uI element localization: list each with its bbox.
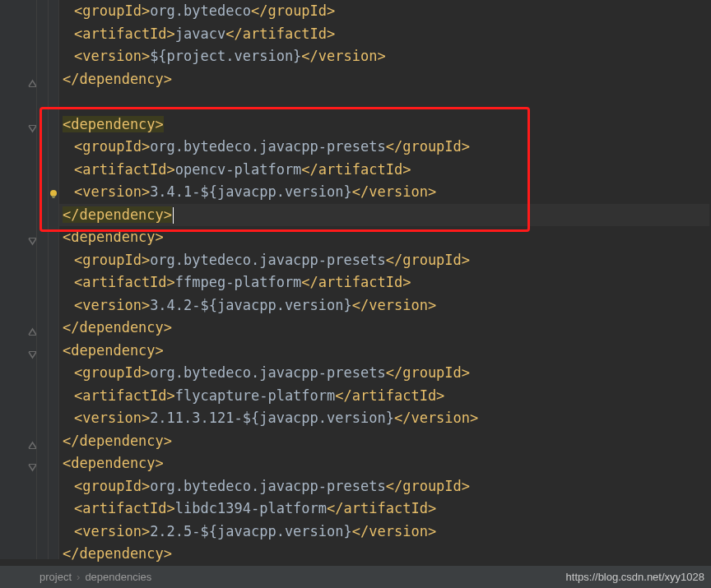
xml-tag: <artifactId> xyxy=(74,387,175,404)
xml-text: opencv-platform xyxy=(175,161,302,178)
code-line[interactable]: <version>2.2.5-${javacpp.version}</versi… xyxy=(59,521,709,544)
xml-tag: <version> xyxy=(74,297,150,313)
gutter xyxy=(0,0,59,559)
xml-tag: </artifactId> xyxy=(225,25,335,42)
xml-tag: </dependency> xyxy=(63,206,172,223)
xml-text: 2.2.5-${javacpp.version} xyxy=(150,523,352,539)
svg-rect-7 xyxy=(29,448,36,449)
code-line[interactable]: <groupId>org.bytedeco.javacpp-presets</g… xyxy=(59,475,709,498)
code-line[interactable]: <artifactId>libdc1394-platform</artifact… xyxy=(59,498,709,521)
xml-text: flycapture-platform xyxy=(175,387,335,404)
code-line[interactable]: <artifactId>flycapture-platform</artifac… xyxy=(59,385,709,408)
svg-point-2 xyxy=(50,190,57,197)
xml-tag: <groupId> xyxy=(74,2,150,19)
code-line[interactable]: <groupId>org.bytedeco.javacpp-presets</g… xyxy=(59,249,709,272)
xml-tag: <version> xyxy=(74,183,150,200)
xml-tag: <artifactId> xyxy=(74,274,175,290)
xml-tag: <groupId> xyxy=(74,364,150,381)
xml-tag: </artifactId> xyxy=(335,387,444,404)
xml-tag: </artifactId> xyxy=(327,500,436,516)
chevron-right-icon: › xyxy=(77,571,80,583)
xml-text: org.bytedeco.javacpp-presets xyxy=(150,364,386,381)
xml-text: ffmpeg-platform xyxy=(175,274,302,290)
watermark-text: https://blog.csdn.net/xyy1028 xyxy=(566,571,704,583)
xml-tag: <artifactId> xyxy=(74,500,175,516)
xml-tag: </dependency> xyxy=(63,545,172,562)
code-line[interactable]: <dependency> xyxy=(59,340,709,363)
xml-text: ${project.version} xyxy=(150,48,301,64)
xml-text: org.bytedeco.javacpp-presets xyxy=(150,252,386,268)
code-line[interactable]: <dependency> xyxy=(59,113,709,137)
xml-tag: </dependency> xyxy=(63,433,172,449)
xml-tag: <version> xyxy=(74,523,150,539)
code-area[interactable]: <groupId>org.bytedeco</groupId><artifact… xyxy=(59,0,709,566)
indent-guide xyxy=(36,0,37,559)
xml-tag: <groupId> xyxy=(74,252,150,268)
xml-text: 3.4.1-${javacpp.version} xyxy=(150,183,352,200)
svg-rect-0 xyxy=(29,86,36,87)
code-line[interactable]: <dependency> xyxy=(59,226,709,249)
svg-rect-8 xyxy=(29,464,36,465)
code-line[interactable]: <version>3.4.2-${javacpp.version}</versi… xyxy=(59,294,709,317)
svg-rect-5 xyxy=(29,335,36,336)
xml-tag: </groupId> xyxy=(386,478,470,494)
xml-tag: </version> xyxy=(352,183,436,200)
code-line[interactable]: <version>3.4.1-${javacpp.version}</versi… xyxy=(59,181,709,204)
code-line[interactable]: <artifactId>opencv-platform</artifactId> xyxy=(59,159,709,182)
xml-tag: </groupId> xyxy=(386,364,470,381)
xml-text: 2.11.3.121-${javacpp.version} xyxy=(150,410,394,426)
xml-text: javacv xyxy=(175,25,225,42)
code-line[interactable]: <artifactId>javacv</artifactId> xyxy=(59,23,709,46)
svg-rect-6 xyxy=(29,351,36,352)
xml-tag: </version> xyxy=(394,410,478,426)
code-line[interactable]: <version>2.11.3.121-${javacpp.version}</… xyxy=(59,407,709,430)
xml-tag: </groupId> xyxy=(386,252,470,268)
code-line[interactable]: <groupId>org.bytedeco.javacpp-presets</g… xyxy=(59,362,709,385)
xml-tag: </version> xyxy=(301,48,385,64)
xml-tag: <version> xyxy=(74,410,150,426)
code-line[interactable]: <groupId>org.bytedeco.javacpp-presets</g… xyxy=(59,136,709,159)
xml-tag: <dependency> xyxy=(63,342,164,359)
xml-tag: <groupId> xyxy=(74,478,150,494)
code-line[interactable]: </dependency> xyxy=(59,68,709,91)
xml-text: org.bytedeco.javacpp-presets xyxy=(150,478,386,494)
code-line[interactable]: </dependency> xyxy=(59,430,709,453)
code-editor[interactable]: <groupId>org.bytedeco</groupId><artifact… xyxy=(0,0,711,559)
xml-tag: </version> xyxy=(352,297,436,313)
code-line[interactable]: <version>${project.version}</version> xyxy=(59,45,709,68)
text-caret xyxy=(173,207,174,224)
breadcrumb-item[interactable]: dependencies xyxy=(85,571,151,583)
xml-text: org.bytedeco xyxy=(150,2,251,19)
xml-tag: </groupId> xyxy=(386,138,470,155)
breadcrumb-item[interactable]: project xyxy=(40,571,72,583)
xml-tag: <version> xyxy=(74,48,150,64)
xml-tag: </artifactId> xyxy=(301,161,411,178)
indent-guide xyxy=(48,0,49,559)
xml-tag: <dependency> xyxy=(63,455,164,471)
svg-rect-4 xyxy=(29,238,36,238)
xml-tag: </groupId> xyxy=(251,2,335,19)
svg-rect-3 xyxy=(52,196,54,198)
code-line[interactable]: <dependency> xyxy=(59,452,709,475)
xml-tag: <artifactId> xyxy=(74,25,175,42)
xml-text: 3.4.2-${javacpp.version} xyxy=(150,297,352,313)
code-line[interactable]: <artifactId>ffmpeg-platform</artifactId> xyxy=(59,271,709,294)
code-line[interactable]: </dependency> xyxy=(59,204,709,227)
xml-tag: </dependency> xyxy=(63,319,172,336)
code-line[interactable] xyxy=(59,90,709,113)
xml-tag: <groupId> xyxy=(74,138,150,155)
xml-tag: </artifactId> xyxy=(301,274,411,290)
code-line[interactable]: </dependency> xyxy=(59,543,709,566)
code-line[interactable]: <groupId>org.bytedeco</groupId> xyxy=(59,0,709,23)
xml-tag: <artifactId> xyxy=(74,161,175,178)
xml-tag: <dependency> xyxy=(63,116,164,132)
xml-text: libdc1394-platform xyxy=(175,500,327,516)
xml-tag: </dependency> xyxy=(63,71,172,87)
xml-tag: </version> xyxy=(352,523,436,539)
xml-text: org.bytedeco.javacpp-presets xyxy=(150,138,386,155)
svg-rect-1 xyxy=(29,125,36,126)
xml-tag: <dependency> xyxy=(63,229,164,245)
code-line[interactable]: </dependency> xyxy=(59,317,709,340)
